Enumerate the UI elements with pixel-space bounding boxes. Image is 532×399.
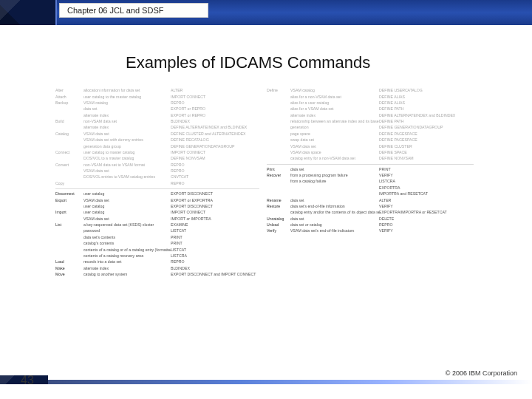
row-action bbox=[267, 112, 290, 118]
row-command: BLDINDEX bbox=[171, 265, 259, 271]
separator bbox=[55, 188, 259, 189]
row-action bbox=[267, 137, 290, 143]
row-command: DEFINE USERCATALOG bbox=[379, 87, 474, 93]
row-command: DEFINE ALTERNATEINDEX and BLDINDEX bbox=[379, 112, 474, 118]
separator bbox=[267, 164, 474, 165]
row-command: PRINT bbox=[171, 240, 259, 246]
row-action bbox=[55, 137, 83, 143]
row-action bbox=[267, 155, 290, 161]
row-command: DEFINE PATH bbox=[379, 118, 474, 124]
row-action bbox=[267, 118, 290, 124]
row-action: Restore bbox=[267, 203, 290, 209]
row-action: Move bbox=[55, 271, 83, 277]
row-command: REPRO bbox=[379, 222, 474, 228]
row-action: Backup bbox=[55, 100, 83, 106]
row-action bbox=[55, 253, 83, 259]
row-command: EXPORT or REPRO bbox=[171, 106, 259, 112]
row-desc: alias for a user catalog bbox=[290, 100, 379, 106]
row-action bbox=[55, 246, 83, 252]
row-desc: data set's contents bbox=[83, 234, 171, 240]
row-command: EXPORT or REPRO bbox=[171, 112, 259, 118]
row-desc: catalog to another system bbox=[83, 271, 171, 277]
page-title: Examples of IDCAMS Commands bbox=[126, 53, 370, 72]
row-desc: alias for a non-VSAM data set bbox=[290, 93, 379, 99]
row-command: IMPORTRA and RESETCAT bbox=[379, 191, 474, 197]
row-command: DEFINE PAGESPACE bbox=[379, 137, 474, 143]
row-desc: from a catalog failure bbox=[290, 178, 379, 184]
row-desc: data set bbox=[290, 197, 379, 202]
row-desc: user catalog bbox=[83, 209, 171, 215]
row-desc: relationship between an alternate index … bbox=[290, 118, 379, 124]
header-bar: Chapter 06 JCL and SDSF bbox=[0, 0, 532, 25]
row-action bbox=[267, 185, 290, 191]
row-command: DEFINE SPACE bbox=[379, 149, 474, 155]
right-column: DefineVSAM catalogDEFINE USERCATALOGalia… bbox=[267, 87, 474, 277]
row-action bbox=[55, 155, 83, 161]
row-command: EXPORT DISCONNECT bbox=[171, 203, 259, 209]
row-desc: a key-sequenced data set (KSDS) cluster bbox=[83, 222, 171, 228]
row-desc: page space bbox=[290, 131, 379, 137]
row-command: DEFINE NONVSAM bbox=[171, 155, 259, 161]
row-action bbox=[267, 178, 290, 184]
row-action: Attach bbox=[55, 93, 83, 99]
row-command: VERIFY bbox=[379, 172, 474, 178]
row-command: EXPORTRA bbox=[379, 185, 474, 191]
row-command: ALTER bbox=[379, 197, 474, 202]
row-action bbox=[267, 93, 290, 99]
row-action bbox=[267, 191, 290, 197]
row-desc bbox=[290, 185, 379, 191]
row-action bbox=[55, 112, 83, 118]
row-action bbox=[267, 143, 290, 149]
row-action bbox=[55, 143, 83, 149]
row-desc: alias for a VSAM data set bbox=[290, 106, 379, 112]
row-command: DEFINE ALIAS bbox=[379, 93, 474, 99]
row-command: DEFINE GENERATIONDATAGROUP bbox=[171, 143, 259, 149]
row-desc: catalog entry and/or the contents of its… bbox=[290, 209, 379, 215]
row-command: EXPORT DISCONNECT and IMPORT CONNECT bbox=[171, 271, 259, 277]
row-desc: swap data set bbox=[290, 137, 379, 143]
row-desc: DOS/VOL entries to VSAM catalog entries bbox=[83, 174, 171, 180]
row-desc: generation bbox=[290, 124, 379, 130]
row-desc: catalog entry for a non-VSAM data set bbox=[290, 155, 379, 161]
row-command: DEFINE CLUSTER bbox=[379, 143, 474, 149]
page-number: 43 bbox=[21, 374, 34, 387]
row-desc: VSAM data set with dummy entries bbox=[83, 137, 171, 143]
row-desc: alternate index bbox=[290, 112, 379, 118]
row-command: VERIFY bbox=[379, 203, 474, 209]
row-command: EXPORT or EXPORTRA bbox=[171, 197, 259, 202]
row-command: DELETE bbox=[379, 216, 474, 222]
row-command: IMPORT CONNECT bbox=[171, 209, 259, 215]
row-command: REPRO bbox=[171, 180, 259, 186]
row-command: CNVTCAT bbox=[171, 174, 259, 180]
row-command: EXPORT DISCONNECT bbox=[171, 191, 259, 197]
row-action: Print bbox=[267, 166, 290, 172]
row-command: ALTER bbox=[171, 87, 259, 93]
row-action bbox=[267, 209, 290, 215]
row-desc: alternate index bbox=[83, 265, 171, 271]
row-action: Catalog bbox=[55, 131, 83, 137]
row-desc bbox=[83, 180, 171, 186]
row-action: Make bbox=[55, 265, 83, 271]
row-command: REPRO bbox=[171, 168, 259, 174]
row-desc: VSAM catalog bbox=[83, 100, 171, 106]
copyright: © 2006 IBM Corporation bbox=[446, 369, 517, 377]
row-action bbox=[55, 168, 83, 174]
row-action bbox=[55, 203, 83, 209]
row-desc: user catalog bbox=[83, 203, 171, 209]
row-desc: non-VSAM data set to VSAM format bbox=[83, 162, 171, 168]
row-desc: data set bbox=[290, 166, 379, 172]
row-desc: user catalog to the master catalog bbox=[83, 93, 171, 99]
row-command: EXPORTRA/IMPORTRA or RESETCAT bbox=[379, 209, 474, 215]
row-command: DEFINE PAGESPACE bbox=[379, 131, 474, 137]
row-action bbox=[267, 100, 290, 106]
row-desc: data set or catalog bbox=[290, 222, 379, 228]
row-desc: alternate index bbox=[83, 112, 171, 118]
row-desc: VSAM catalog bbox=[290, 87, 379, 93]
row-command: BLDINDEX bbox=[171, 118, 259, 124]
row-command: LISTCAT bbox=[171, 228, 259, 233]
row-command: DEFINE PATH bbox=[379, 106, 474, 112]
row-desc: VSAM data set bbox=[290, 143, 379, 149]
row-action bbox=[55, 234, 83, 240]
row-desc: from a processing program failure bbox=[290, 172, 379, 178]
row-action bbox=[55, 228, 83, 233]
